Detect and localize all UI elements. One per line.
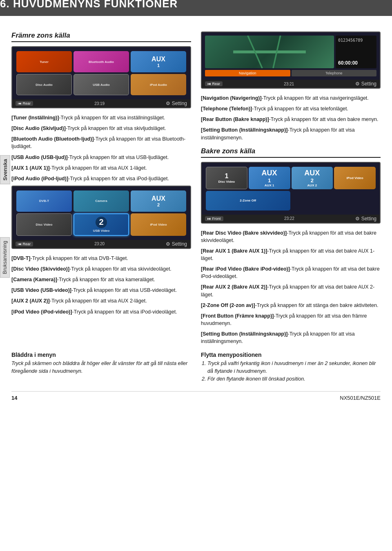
cell-aux2: AUX 2 [131, 190, 186, 212]
desc-usb-audio: [USB Audio (USB-ljud)]-Tryck på knappen … [11, 154, 191, 161]
desc-telephone: [Telephone (Telefon)]-Tryck på knappen f… [201, 105, 381, 112]
cell-aux1: AUX 1 [131, 51, 186, 72]
desc-rear-disc-video: [Rear Disc Video (Bakre skivvideo)]-Tryc… [201, 229, 381, 244]
cell-usb-audio: USB Audio [74, 74, 129, 95]
bruksanvisning-label: Bruksanvisning [0, 237, 10, 278]
svenska-label: Svenska [0, 155, 10, 184]
nav-tab-navigation: Navigation [205, 70, 290, 76]
screen2-rear-btn: ⏮ Rear [16, 242, 33, 246]
nav-time-status: 23:21 [284, 82, 294, 86]
bakre-aux1: AUX 1 AUX 1 [249, 167, 290, 189]
left-column: Främre zons källa Tuner Bluetooth Audio [11, 31, 191, 348]
bakre-section-title: Bakre zons källa [201, 147, 381, 158]
desc-front-button: [Front Button (Främre knapp)]-Tryck på k… [201, 312, 381, 327]
desc-rear-aux1: [Rear AUX 1 (Bakre AUX 1)]-Tryck på knap… [201, 247, 381, 262]
footer-page-number: 14 [11, 395, 17, 401]
desc-tuner: [Tuner (Inställning)]-Tryck på knappen f… [11, 114, 191, 121]
screen1-grid: Tuner Bluetooth Audio AUX 1 Disc Audio [15, 49, 188, 97]
flytta-section: Flytta menypositionen Tryck på valfri fy… [201, 352, 381, 383]
bakre-front-btn: ⏭ Front [205, 216, 223, 221]
nav-screen-mockup: 0123456789 60:00:00 Navigation Telephone… [201, 31, 381, 89]
bakre-disc-video: 1 Disc Video [206, 167, 247, 189]
screen1-statusbar: ⏮ Rear 23:19 ⚙ Setting [12, 99, 190, 108]
screen2-setting: ⚙ Setting [166, 241, 187, 247]
nav-tab-telephone: Telephone [292, 70, 377, 76]
desc-navigation: [Navigation (Navigering)]-Tryck på knapp… [201, 94, 381, 102]
page-header: 6. HUVUDMENYNS FUNKTIONER [0, 0, 392, 16]
bakre-grid: 1 Disc Video AUX 1 AUX 1 AUX 2 [204, 165, 377, 191]
flytta-list: Tryck på valfri fyrkantig ikon i huvudme… [201, 360, 381, 383]
left-section-title: Främre zons källa [11, 31, 191, 42]
bladdar-section: Bläddra i menyn Tryck på skärmen och blä… [11, 352, 191, 383]
screen2-mockup: DVB-T Camera AUX 2 Disc Video [11, 186, 191, 249]
right-column: 0123456789 60:00:00 Navigation Telephone… [201, 31, 381, 348]
desc-camera: [Camera (Kamera)]-Tryck på knappen för a… [11, 276, 191, 283]
screen1-setting: ⚙ Setting [166, 101, 187, 106]
screen2-statusbar: ⏮ Rear 23:20 ⚙ Setting [12, 240, 190, 248]
cell-ipod-video: iPod Video [131, 213, 186, 236]
cell-ipod-audio: iPod Audio [131, 74, 186, 95]
cell-tuner: Tuner [16, 51, 72, 72]
flytta-item-1: Tryck på valfri fyrkantig ikon i huvudme… [207, 360, 381, 375]
cell-bt-audio: Bluetooth Audio [74, 51, 129, 72]
screen1-time: 23:19 [94, 101, 105, 106]
nav-statusbar: ⏮ Rear 23:21 ⚙ Setting [202, 80, 380, 88]
desc-rear-ipod-video: [Rear iPod Video (Bakre iPod-video)]-Try… [201, 265, 381, 280]
cell-dvbt: DVB-T [16, 190, 72, 212]
footer-model: NX501E/NZ501E [340, 395, 381, 401]
bakre-aux2: AUX 2 AUX 2 [292, 167, 333, 189]
desc-usb-video: [USB Video (USB-video)]-Tryck på knappen… [11, 287, 191, 294]
nav-time: 60:00:00 [338, 60, 374, 66]
bakre-2zone: 2-Zone Off [206, 191, 290, 211]
bladdar-title: Bläddra i menyn [11, 352, 191, 358]
screen2-grid: DVB-T Camera AUX 2 Disc Video [15, 189, 188, 237]
bakre-ipod-video: iPod Video [334, 167, 376, 189]
bakre-statusbar: ⏭ Front 23:22 ⚙ Setting [202, 215, 380, 223]
desc-ipod-audio: [iPod Audio (iPod-ljud)]-Tryck på knappe… [11, 175, 191, 182]
screen1-rear-btn: ⏮ Rear [16, 101, 33, 106]
desc-2zone-off: [2-Zone Off (2-zon av)]-Tryck på knappen… [201, 302, 381, 309]
desc-setting-button-bakre: [Setting Button (Inställningsknapp)]-Try… [201, 330, 381, 345]
desc-setting-button: [Setting Button (Inställningsknapp)]-Try… [201, 126, 381, 141]
bakre-time: 23:22 [284, 216, 294, 221]
desc-rear-button: [Rear Button (Bakre knapp)]-Tryck på kna… [201, 116, 381, 123]
nav-rear-btn: ⏮ Rear [205, 81, 223, 86]
desc-ipod-video: [iPod Video (iPod-video)]-Tryck på knapp… [11, 308, 191, 316]
desc-disc-audio: [Disc Audio (Skivljud)]-Tryck på knappen… [11, 125, 191, 132]
cell-camera: Camera [74, 190, 129, 212]
flytta-item-2: För den flytande ikonen till önskad posi… [207, 375, 381, 383]
page-footer: 14 NX501E/NZ501E [11, 391, 381, 401]
desc-disc-video: [Disc Video (Skivvideo)]-Tryck på knappe… [11, 265, 191, 273]
nav-setting: ⚙ Setting [355, 81, 376, 87]
bakre-setting: ⚙ Setting [355, 216, 376, 222]
desc-aux2: [AUX 2 (AUX 2)]-Tryck på knappen för att… [11, 297, 191, 305]
bladdar-text: Tryck på skärmen och bläddra åt höger el… [11, 360, 191, 375]
bottom-section: Bläddra i menyn Tryck på skärmen och blä… [11, 352, 381, 383]
screen1-mockup: Tuner Bluetooth Audio AUX 1 Disc Audio [11, 46, 191, 108]
cell-disc-video: Disc Video [16, 213, 72, 236]
flytta-title: Flytta menypositionen [201, 352, 381, 358]
desc-rear-aux2: [Rear AUX 2 (Bakre AUX 2)]-Tryck på knap… [201, 283, 381, 298]
nav-digits: 0123456789 [338, 38, 374, 43]
screen2-time: 23:20 [94, 242, 105, 246]
desc-bt-audio: [Bluetooth Audio (Bluetooth-ljud)]-Tryck… [11, 135, 191, 150]
cell-disc-audio: Disc Audio [16, 74, 72, 95]
desc-aux1: [AUX 1 (AUX 1)]-Tryck på knappen för att… [11, 164, 191, 172]
desc-dvbt: [DVB-T]-Tryck på knappen för att visa DV… [11, 255, 191, 262]
cell-usb-video: 2 USB Video [74, 213, 129, 236]
bakre-screen-mockup: 1 Disc Video AUX 1 AUX 1 AUX 2 [201, 162, 381, 224]
page-title: 6. HUVUDMENYNS FUNKTIONER [0, 0, 392, 10]
